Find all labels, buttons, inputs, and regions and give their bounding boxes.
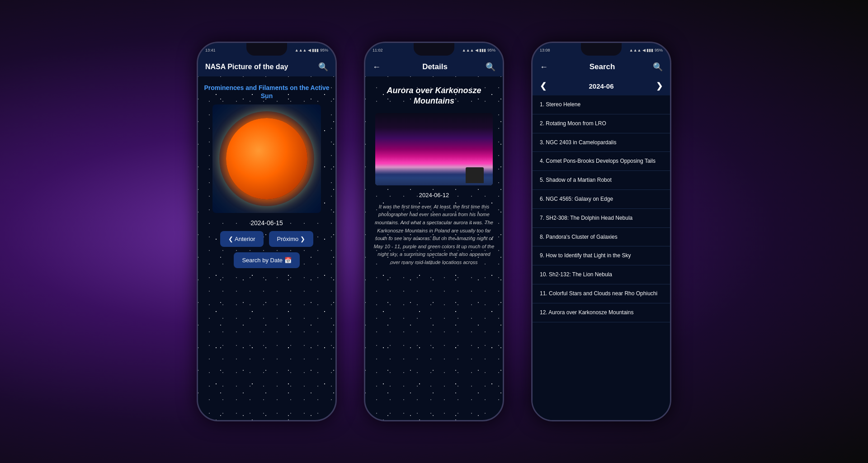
list-item[interactable]: 2. Rotating Moon from LRO — [533, 114, 670, 133]
phone-1-image-title: Prominences and Filaments on the Active … — [203, 84, 330, 100]
phone-3-month-nav: ❮ 2024-06 ❯ — [533, 76, 670, 95]
phone-1-sun-image — [212, 104, 321, 213]
phone-2-image-title: Aurora over Karkonosze Mountains — [365, 76, 503, 113]
phone-3-header-title: Search — [552, 62, 653, 71]
phone-1: 13:41 ▲▲▲ ◀ ▮▮▮ 95% NASA Picture of the … — [197, 42, 337, 421]
phone-3-month-label: 2024-06 — [589, 82, 613, 90]
phone-1-proximo-button[interactable]: Próximo ❯ — [269, 231, 313, 247]
phone-2-signal: ▲▲▲ ◀ ▮▮▮ 95% — [462, 48, 495, 52]
phone-1-nav-buttons: ❮ Anterior Próximo ❯ — [220, 231, 313, 247]
phone-3-prev-month-button[interactable]: ❮ — [540, 81, 547, 91]
list-item[interactable]: 12. Aurora over Karkonosze Mountains — [533, 303, 670, 322]
phone-3-list: 1. Stereo Helene2. Rotating Moon from LR… — [533, 95, 670, 420]
phone-1-time: 13:41 — [205, 48, 216, 52]
list-item[interactable]: 7. SH2-308: The Dolphin Head Nebula — [533, 209, 670, 228]
list-item[interactable]: 5. Shadow of a Martian Robot — [533, 171, 670, 190]
phone-3-next-month-button[interactable]: ❯ — [656, 81, 663, 91]
phone-1-notch — [246, 43, 287, 56]
phone-1-signal: ▲▲▲ ◀ ▮▮▮ 95% — [295, 48, 328, 52]
list-item[interactable]: 4. Comet Pons-Brooks Develops Opposing T… — [533, 152, 670, 171]
list-item[interactable]: 6. NGC 4565: Galaxy on Edge — [533, 190, 670, 209]
phone-3: 13:08 ▲▲▲ ◀ ▮▮▮ 95% ← Search 🔍 ❮ 2024-06… — [531, 42, 671, 421]
phone-2-header-title: Details — [384, 62, 486, 71]
phone-1-title: NASA Picture of the day — [205, 63, 288, 71]
phone-1-sun-glow — [219, 111, 314, 206]
phone-2-aurora-building — [466, 167, 484, 183]
phone-2-content: Aurora over Karkonosze Mountains 2024-06… — [365, 76, 503, 420]
phone-2-aurora-image — [375, 113, 493, 185]
phone-2-header: ← Details 🔍 — [365, 57, 503, 76]
phone-2: 11:02 ▲▲▲ ◀ ▮▮▮ 95% ← Details 🔍 Aurora o… — [364, 42, 504, 421]
list-item[interactable]: 3. NGC 2403 in Camelopardalis — [533, 133, 670, 152]
list-item[interactable]: 11. Colorful Stars and Clouds near Rho O… — [533, 284, 670, 303]
phone-2-notch — [414, 43, 454, 56]
list-item[interactable]: 9. How to Identify that Light in the Sky — [533, 246, 670, 265]
phone-3-content: ❮ 2024-06 ❯ 1. Stereo Helene2. Rotating … — [533, 76, 670, 420]
phone-3-signal: ▲▲▲ ◀ ▮▮▮ 95% — [629, 48, 663, 52]
phone-1-date: 2024-06-15 — [250, 219, 283, 227]
phone-1-header: NASA Picture of the day 🔍 — [198, 57, 335, 76]
phone-2-date: 2024-06-12 — [419, 192, 449, 198]
phone-3-back-button[interactable]: ← — [540, 62, 548, 72]
list-item[interactable]: 1. Stereo Helene — [533, 95, 670, 114]
phone-2-back-button[interactable]: ← — [373, 62, 381, 72]
phone-3-notch — [581, 43, 622, 56]
phone-3-header: ← Search 🔍 — [533, 57, 670, 76]
list-item[interactable]: 10. Sh2-132: The Lion Nebula — [533, 265, 670, 284]
phone-3-search-icon[interactable]: 🔍 — [653, 62, 663, 72]
phone-2-details: Aurora over Karkonosze Mountains 2024-06… — [365, 76, 503, 267]
list-item[interactable]: 8. Pandora's Cluster of Galaxies — [533, 228, 670, 247]
phone-1-search-icon[interactable]: 🔍 — [318, 62, 328, 72]
phone-2-description: It was the first time ever. At least, th… — [365, 203, 503, 267]
phone-1-content: Prominences and Filaments on the Active … — [198, 76, 335, 420]
phone-2-search-icon[interactable]: 🔍 — [486, 62, 495, 72]
phone-1-anterior-button[interactable]: ❮ Anterior — [220, 231, 263, 247]
phone-1-search-date-button[interactable]: Search by Date 📅 — [234, 252, 299, 268]
phone-3-time: 13:08 — [540, 48, 550, 52]
phone-2-time: 11:02 — [373, 48, 383, 52]
